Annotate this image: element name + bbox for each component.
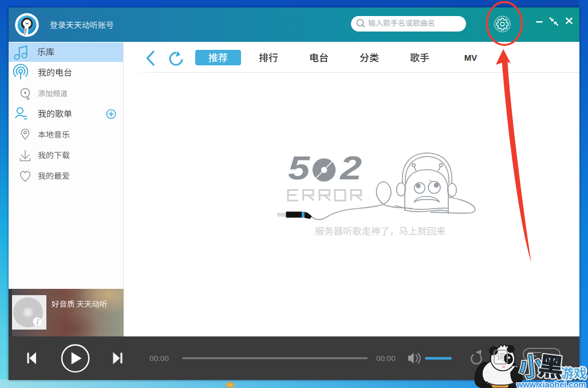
svg-text:00:00: 00:00 <box>149 354 169 363</box>
svg-text:00:00: 00:00 <box>376 354 396 363</box>
